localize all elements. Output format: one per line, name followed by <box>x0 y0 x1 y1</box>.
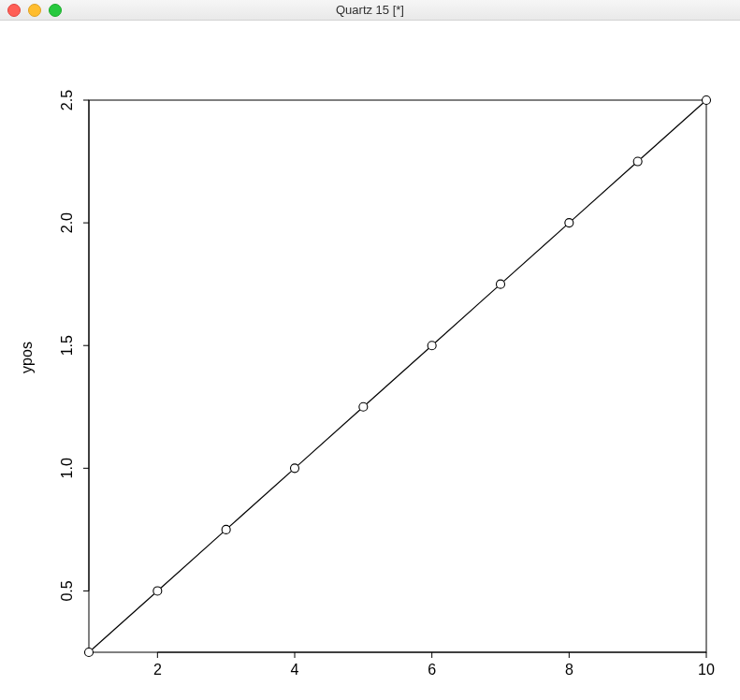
y-tick-label: 2.5 <box>59 90 75 110</box>
x-tick-label: 4 <box>291 662 299 678</box>
data-point <box>703 96 711 105</box>
series-segment <box>367 348 429 404</box>
series-segment <box>297 410 360 466</box>
plot-area: ypos 2468100.51.01.52.02.5 <box>0 21 740 694</box>
close-icon[interactable] <box>7 4 21 17</box>
series-segment <box>573 165 635 221</box>
window-title: Quartz 15 [*] <box>0 3 740 17</box>
data-point <box>497 280 505 288</box>
zoom-icon[interactable] <box>49 4 62 17</box>
x-tick-label: 2 <box>153 662 162 678</box>
minimize-icon[interactable] <box>28 4 41 17</box>
chart-svg: 2468100.51.01.52.02.5 <box>0 21 740 694</box>
series-segment <box>435 287 498 343</box>
x-tick-label: 10 <box>698 662 715 678</box>
traffic-lights <box>7 4 62 17</box>
x-tick-label: 6 <box>428 662 436 678</box>
data-point <box>85 649 94 657</box>
y-axis-label: ypos <box>19 342 36 373</box>
data-point <box>222 525 230 533</box>
series-segment <box>161 532 224 589</box>
data-point <box>359 402 368 411</box>
y-tick-label: 1.0 <box>59 458 75 478</box>
series-segment <box>92 593 154 649</box>
window-titlebar: Quartz 15 [*] <box>0 0 740 21</box>
y-tick-label: 1.5 <box>59 335 75 356</box>
series-segment <box>503 226 566 282</box>
data-point <box>633 157 642 166</box>
data-point <box>153 587 162 595</box>
data-point <box>565 219 573 227</box>
x-tick-label: 8 <box>565 662 573 678</box>
data-point <box>428 342 436 350</box>
series-segment <box>229 471 292 527</box>
y-tick-label: 0.5 <box>59 580 75 601</box>
series-segment <box>641 103 704 159</box>
data-point <box>291 464 299 473</box>
y-tick-label: 2.0 <box>59 212 75 233</box>
